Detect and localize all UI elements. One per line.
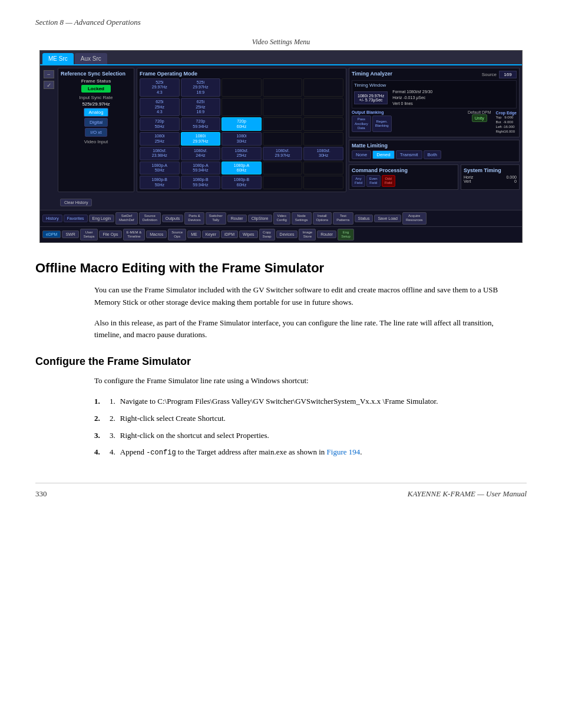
outputs-btn[interactable]: Outputs bbox=[162, 215, 184, 222]
format-btn-21[interactable]: 1080sf. 24Hz bbox=[181, 147, 221, 160]
format-btn-15[interactable]: 1080i 25Hz bbox=[140, 132, 180, 146]
format-btn-11[interactable]: 720p 59.94Hz bbox=[181, 117, 221, 131]
node-settings-btn[interactable]: NodeSettings bbox=[292, 212, 312, 224]
history-btn[interactable]: History bbox=[42, 215, 62, 222]
source-ops-btn[interactable]: SourceOps bbox=[168, 229, 186, 241]
both-btn[interactable]: Both bbox=[424, 150, 441, 159]
emem-timeline-btn[interactable]: E-MEM &Timeline bbox=[123, 229, 146, 241]
keyer-btn[interactable]: Keyer bbox=[202, 230, 220, 238]
source-definition-btn[interactable]: SourceDefinition bbox=[139, 212, 161, 224]
format-btn-0[interactable]: 525i 29.97Hz 4:3 bbox=[140, 78, 180, 97]
me-btn[interactable]: ME bbox=[187, 230, 201, 238]
parts-devices-btn[interactable]: Parts &Devices bbox=[184, 212, 204, 224]
router-btn[interactable]: Router bbox=[227, 215, 247, 222]
format-btn-3[interactable] bbox=[263, 78, 303, 97]
transmit-btn[interactable]: Transmit bbox=[396, 150, 422, 159]
status-btn[interactable]: Status bbox=[355, 215, 373, 222]
format-btn-25[interactable]: 1080p-A 50Hz bbox=[140, 162, 180, 175]
format-btn-7[interactable] bbox=[222, 98, 262, 116]
eng-setup-btn[interactable]: EngSetup bbox=[338, 229, 354, 241]
format-btn-29[interactable] bbox=[303, 162, 343, 175]
format-btn-19[interactable] bbox=[303, 132, 343, 146]
format-btn-17[interactable]: 1080i 30Hz bbox=[222, 132, 262, 146]
sidebar-minus-btn[interactable]: − bbox=[44, 70, 54, 78]
sys-vert-row: Vert 0 bbox=[464, 179, 517, 183]
router-btn2[interactable]: Router bbox=[317, 230, 336, 238]
format-btn-9[interactable] bbox=[303, 98, 343, 116]
file-ops-btn[interactable]: File Ops bbox=[99, 230, 121, 238]
favorites-btn[interactable]: Favorites bbox=[64, 215, 88, 222]
even-field-btn[interactable]: EvenField bbox=[366, 175, 381, 187]
clipstore-btn[interactable]: ClipStore bbox=[248, 215, 272, 222]
format-btn-22[interactable]: 1080sf. 25Hz bbox=[222, 147, 262, 160]
edpm-btn[interactable]: eDPM bbox=[42, 230, 61, 238]
format-btn-33[interactable] bbox=[263, 176, 303, 189]
format-btn-28[interactable] bbox=[263, 162, 303, 175]
timing-source: Source 169 bbox=[482, 71, 517, 78]
video-config-btn[interactable]: VideoConfig bbox=[273, 212, 290, 224]
figure-link[interactable]: Figure 194 bbox=[327, 447, 361, 456]
format-btn-1[interactable]: 525i 29.97Hz 16:9 bbox=[181, 78, 221, 97]
format-btn-2[interactable] bbox=[222, 78, 262, 97]
odd-field-btn[interactable]: OddField bbox=[382, 175, 395, 187]
user-setups-btn[interactable]: UserSetups bbox=[80, 229, 98, 241]
format-btn-18[interactable] bbox=[263, 132, 303, 146]
idpm-btn[interactable]: iDPM bbox=[221, 230, 238, 238]
clear-history-btn[interactable]: Clear History bbox=[60, 199, 92, 206]
timing-analyzer-title: Timing Analyzer bbox=[352, 71, 392, 77]
analog-btn[interactable]: Analog bbox=[84, 108, 109, 117]
image-store-btn[interactable]: ImageStore bbox=[299, 229, 316, 241]
format-btn-14[interactable] bbox=[303, 117, 343, 131]
format-btn-23[interactable]: 1080sf. 29.97Hz bbox=[263, 147, 303, 160]
source-label: Source bbox=[482, 72, 497, 77]
setdef-matchdef-btn[interactable]: SetDefMatchDef bbox=[115, 212, 138, 224]
pass-ancillary-btn[interactable]: PassAncillaryData bbox=[352, 116, 371, 132]
digital-btn[interactable]: Digital bbox=[84, 118, 108, 127]
save-load-btn[interactable]: Save Load bbox=[374, 215, 401, 222]
output-blanking-row: Output Blanking PassAncillaryData Regen.… bbox=[352, 110, 517, 134]
devices-btn[interactable]: Devices bbox=[276, 230, 298, 238]
crop-top: Top 9.000 bbox=[496, 116, 517, 120]
format-btn-6[interactable]: 625i 25Hz 16:9 bbox=[181, 98, 221, 116]
wipes-btn[interactable]: Wipes bbox=[239, 230, 257, 238]
format-btn-24[interactable]: 1080sf. 30Hz bbox=[303, 147, 343, 160]
macros-btn[interactable]: Macros bbox=[146, 230, 167, 238]
format-btn-10[interactable]: 720p 50Hz bbox=[140, 117, 180, 131]
sub-content-indent: To configure the Frame Simulator line ra… bbox=[94, 375, 515, 459]
format-btn-13[interactable] bbox=[263, 117, 303, 131]
regen-blanking-btn[interactable]: Regen.Blanking bbox=[372, 116, 392, 132]
install-options-btn[interactable]: InstallOptions bbox=[313, 212, 332, 224]
none-btn[interactable]: None bbox=[352, 150, 371, 159]
dened-btn[interactable]: Dened bbox=[372, 150, 395, 159]
top-panel-row: Reference Sync Selection Frame Status Lo… bbox=[58, 68, 520, 192]
format-btn-5[interactable]: 625i 25Hz 4:3 bbox=[140, 98, 180, 116]
format-btn-34[interactable] bbox=[303, 176, 343, 189]
format-btn-12[interactable]: 720p 60Hz bbox=[222, 117, 262, 131]
any-field-btn[interactable]: AnyField bbox=[352, 175, 365, 187]
format-btn-16[interactable]: 1080i 29.97Hz bbox=[181, 132, 221, 146]
format-btn-4[interactable] bbox=[303, 78, 343, 97]
sidebar-check-btn[interactable]: ✓ bbox=[44, 81, 54, 89]
output-blanking-title: Output Blanking bbox=[352, 110, 463, 114]
format-btn-32[interactable]: 1080p-B 60Hz bbox=[222, 176, 262, 189]
switcher-tally-btn[interactable]: SwitcherTally bbox=[206, 212, 226, 224]
copy-swap-btn[interactable]: CopySwap bbox=[259, 229, 275, 241]
swr-btn[interactable]: SWR bbox=[62, 230, 78, 238]
eng-login-btn[interactable]: Eng Login bbox=[89, 215, 115, 222]
unity-btn[interactable]: Unity bbox=[472, 114, 487, 122]
tab-aux-src[interactable]: Aux Src bbox=[75, 53, 107, 64]
tab-me-src[interactable]: ME Src bbox=[42, 53, 74, 64]
format-btn-30[interactable]: 1080p-B 50Hz bbox=[140, 176, 180, 189]
format-btn-20[interactable]: 1080sf. 23.98Hz bbox=[140, 147, 180, 160]
format-btn-31[interactable]: 1080p-B 59.94Hz bbox=[181, 176, 221, 189]
format-btn-26[interactable]: 1080p-A 59.94Hz bbox=[181, 162, 221, 175]
format-btn-8[interactable] bbox=[263, 98, 303, 116]
sys-horiz-row: Horiz 0.000 bbox=[464, 175, 517, 179]
test-patterns-btn[interactable]: TestPatterns bbox=[333, 212, 353, 224]
timing-window: Timing Window 1080i 29.97Hz +/- 5.73μSec… bbox=[352, 80, 517, 108]
source-value[interactable]: 169 bbox=[499, 71, 517, 78]
io-xt-btn[interactable]: I/O xt bbox=[85, 128, 107, 137]
matte-panel: Matte Limiting None Dened Transmit Both bbox=[349, 140, 520, 162]
acquire-resources-btn[interactable]: AcquireResources bbox=[402, 212, 427, 224]
format-btn-27[interactable]: 1080p-A 60Hz bbox=[222, 162, 262, 175]
